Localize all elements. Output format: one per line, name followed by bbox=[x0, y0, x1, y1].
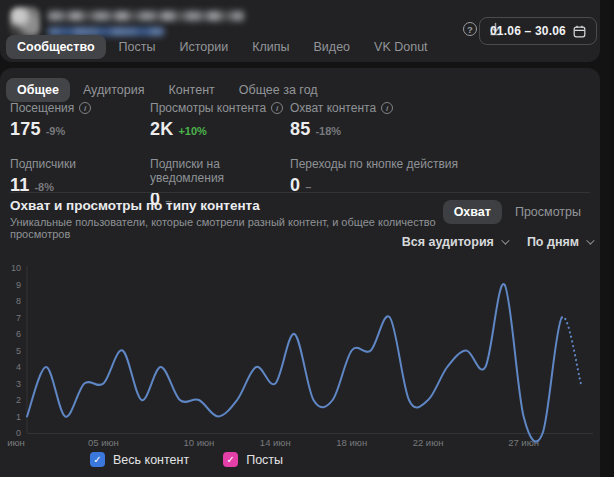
svg-text:7: 7 bbox=[16, 313, 21, 323]
tab-audience[interactable]: Аудитория bbox=[72, 78, 156, 102]
stat-label: Подписчики bbox=[10, 157, 76, 171]
info-icon[interactable]: i bbox=[79, 102, 91, 114]
header-card: ? 01.06 – 30.06 Сообщество Посты Истории… bbox=[0, 0, 600, 62]
reach-views-toggle: Охват Просмотры bbox=[443, 200, 592, 224]
svg-text:14 июн: 14 июн bbox=[260, 437, 291, 448]
help-icon[interactable]: ? bbox=[463, 22, 477, 36]
svg-text:8: 8 bbox=[16, 296, 21, 306]
date-range-button[interactable]: 01.06 – 30.06 bbox=[479, 17, 597, 45]
divider bbox=[10, 192, 590, 193]
stat-value: 2K bbox=[150, 119, 173, 140]
granularity-filter-dropdown[interactable]: По дням bbox=[527, 235, 592, 249]
tab-general[interactable]: Общее bbox=[6, 78, 70, 102]
svg-text:22 июн: 22 июн bbox=[413, 437, 444, 448]
tab-clips[interactable]: Клипы bbox=[241, 35, 300, 59]
stat-label: Переходы по кнопке действия bbox=[290, 157, 458, 171]
stat-delta: -9% bbox=[46, 125, 66, 137]
tab-year-general[interactable]: Общее за год bbox=[228, 78, 329, 102]
info-icon[interactable]: i bbox=[271, 102, 283, 114]
chart-legend: ✓ Весь контент ✓ Посты bbox=[90, 452, 283, 467]
stat-label: Просмотры контента bbox=[150, 101, 266, 115]
tab-posts[interactable]: Посты bbox=[108, 35, 167, 59]
svg-text:9: 9 bbox=[16, 280, 21, 290]
stat-visits: Посещенияi 175-9% bbox=[10, 101, 150, 140]
stat-delta: -18% bbox=[315, 125, 341, 137]
svg-text:4: 4 bbox=[16, 362, 21, 372]
stat-label: Посещения bbox=[10, 101, 74, 115]
date-range-label: 01.06 – 30.06 bbox=[490, 24, 566, 38]
svg-text:27 июн: 27 июн bbox=[508, 437, 539, 448]
legend-label: Весь контент bbox=[113, 453, 189, 467]
svg-text:5: 5 bbox=[16, 346, 21, 356]
toggle-views[interactable]: Просмотры bbox=[504, 200, 592, 224]
section-subtitle: Уникальные пользователи, которые смотрел… bbox=[10, 216, 450, 240]
stat-content-views: Просмотры контентаi 2K+10% bbox=[150, 101, 290, 140]
stat-label: Охват контента bbox=[290, 101, 376, 115]
stat-delta: +10% bbox=[178, 125, 206, 137]
checkbox-posts[interactable]: ✓ bbox=[223, 452, 238, 467]
chevron-down-icon bbox=[586, 236, 594, 244]
stats-grid: Посещенияi 175-9% Просмотры контентаi 2K… bbox=[10, 101, 594, 210]
tab-vk-donut[interactable]: VK Donut bbox=[363, 35, 439, 59]
tab-community[interactable]: Сообщество bbox=[6, 35, 106, 59]
stat-content-reach: Охват контентаi 85-18% bbox=[290, 101, 594, 140]
svg-text:10: 10 bbox=[11, 263, 21, 273]
legend-item-all-content[interactable]: ✓ Весь контент bbox=[90, 452, 189, 467]
stat-label: Подписки на уведомления bbox=[150, 157, 290, 185]
legend-item-posts[interactable]: ✓ Посты bbox=[223, 452, 283, 467]
community-avatar-blurred[interactable] bbox=[10, 7, 40, 37]
granularity-filter-label: По дням bbox=[527, 235, 579, 249]
calendar-icon bbox=[573, 25, 586, 38]
legend-label: Посты bbox=[246, 453, 283, 467]
svg-text:2: 2 bbox=[16, 395, 21, 405]
stat-value: 175 bbox=[10, 119, 41, 140]
stat-value: 85 bbox=[290, 119, 310, 140]
chart-filters: Вся аудитория По дням bbox=[402, 235, 592, 249]
section-title: Охват и просмотры по типу контента bbox=[10, 198, 260, 213]
toggle-reach[interactable]: Охват bbox=[443, 200, 502, 224]
audience-filter-dropdown[interactable]: Вся аудитория bbox=[402, 235, 507, 249]
svg-text:июн: июн bbox=[7, 437, 25, 448]
stats-tabs: Общее Аудитория Контент Общее за год bbox=[6, 78, 329, 102]
checkbox-all-content[interactable]: ✓ bbox=[90, 452, 105, 467]
tab-content[interactable]: Контент bbox=[157, 78, 225, 102]
svg-text:1: 1 bbox=[16, 412, 21, 422]
svg-text:3: 3 bbox=[16, 379, 21, 389]
tab-stories[interactable]: Истории bbox=[169, 35, 240, 59]
main-tabs: Сообщество Посты Истории Клипы Видео VK … bbox=[6, 35, 439, 59]
tab-video[interactable]: Видео bbox=[303, 35, 362, 59]
info-icon[interactable]: i bbox=[381, 102, 393, 114]
stats-card: Общее Аудитория Контент Общее за год Пос… bbox=[0, 68, 600, 477]
svg-text:10 июн: 10 июн bbox=[183, 437, 214, 448]
svg-text:18 июн: 18 июн bbox=[336, 437, 367, 448]
audience-filter-label: Вся аудитория bbox=[402, 235, 494, 249]
line-chart: 012345678910июн05 июн10 июн14 июн18 июн2… bbox=[2, 262, 596, 452]
svg-text:05 июн: 05 июн bbox=[88, 437, 119, 448]
chevron-down-icon bbox=[501, 236, 509, 244]
svg-text:6: 6 bbox=[16, 329, 21, 339]
community-title-blurred[interactable] bbox=[48, 11, 244, 21]
